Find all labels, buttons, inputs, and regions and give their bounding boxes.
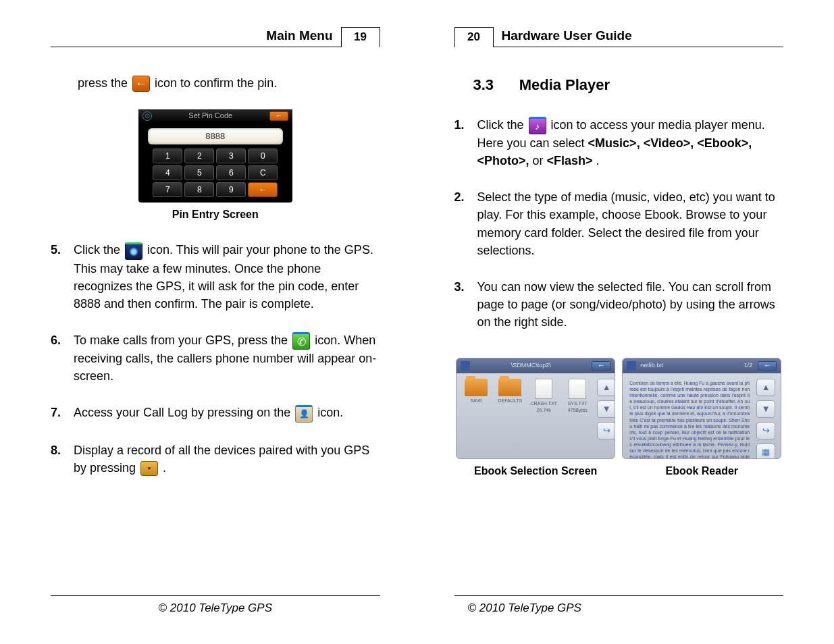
document-icon	[535, 379, 552, 399]
footer-right: © 2010 TeleType GPS	[454, 595, 784, 617]
step-5-content: Click the icon. This will pair your phon…	[74, 241, 380, 313]
rstep-1-prefix: Click the	[477, 118, 527, 132]
step-8-content: Display a record of all the devices pair…	[74, 441, 380, 477]
page-down-icon: ▼	[756, 400, 775, 418]
scroll-down-icon: ▼	[597, 400, 615, 418]
step-8-number: 8.	[51, 441, 74, 477]
bluetooth-circle-icon: ⊙	[142, 111, 152, 121]
section-title: Media Player	[519, 76, 610, 93]
rstep-2-content: Select the type of media (music, video, …	[477, 188, 784, 259]
folder-icon	[498, 379, 521, 396]
step-5-number: 5.	[51, 241, 74, 313]
ebook-screenshots: \SDMMC\top2\ ← SAVE DEFAULTS	[454, 358, 784, 479]
device-icon	[627, 361, 636, 371]
file-sys-label: SYS.TXT	[563, 400, 592, 407]
rstep-1: 1. Click the icon to access your media p…	[454, 116, 784, 169]
reader-back-icon: ←	[758, 361, 777, 371]
bluetooth-icon	[125, 242, 142, 260]
ebook-selection-body: SAVE DEFAULTS CRASH.TXT 26.74k	[457, 373, 615, 445]
file-sys-size: 475Bytes	[563, 407, 592, 414]
pin-titlebar: ⊙ Set Pin Code ←	[138, 109, 292, 123]
key-1: 1	[153, 149, 182, 163]
ebook-selection-device: \SDMMC\top2\ ← SAVE DEFAULTS	[456, 358, 615, 459]
file-save-label: SAVE	[462, 398, 490, 404]
intro-line: press the icon to confirm the pin.	[78, 74, 380, 92]
step-5-prefix: Click the	[74, 243, 124, 257]
key-7: 7	[153, 182, 182, 197]
section-3-3: 3.3 Media Player	[473, 74, 784, 96]
key-2: 2	[184, 149, 214, 163]
step-8-prefix: Display a record of all the devices pair…	[74, 444, 369, 475]
rstep-1-mid2: or	[533, 154, 547, 167]
device-icon	[461, 361, 470, 371]
step-6-prefix: To make calls from your GPS, press the	[74, 333, 291, 347]
rstep-1-suffix: .	[596, 154, 600, 167]
rstep-3-number: 3.	[454, 278, 477, 331]
rstep-2-number: 2.	[454, 188, 477, 259]
ebook-reader-body: Combien de temps a été, Huang Fu à gauch…	[623, 373, 781, 459]
header-title-left: Main Menu	[263, 26, 335, 47]
reader-side-buttons: ▲ ▼ ↪ ▦	[756, 379, 775, 459]
ebook-selection-caption: Ebook Selection Screen	[456, 463, 615, 479]
rstep-3-content: You can now view the selected file. You …	[477, 278, 784, 331]
file-defaults: DEFAULTS	[496, 379, 524, 404]
key-4: 4	[153, 165, 182, 180]
folder-icon	[465, 379, 488, 396]
paired-devices-icon	[140, 461, 158, 476]
back-arrow-icon	[132, 76, 150, 92]
file-crash-size: 26.74k	[529, 407, 558, 414]
page-number-20: 20	[454, 27, 494, 47]
phone-icon	[292, 332, 310, 350]
key-back: ←	[248, 182, 278, 197]
ebook-reader-caption: Ebook Reader	[622, 463, 781, 479]
ebook-back-icon: ←	[592, 361, 610, 371]
step-8-suffix: .	[163, 461, 166, 475]
key-3: 3	[216, 149, 246, 163]
rotate-icon: ↪	[756, 422, 775, 439]
key-5: 5	[184, 165, 214, 180]
header-title-right: Hardware User Guide	[499, 26, 635, 47]
page-number-19: 19	[341, 27, 380, 47]
keypad: 1 2 3 0 4 5 6 C 7 8 9 ←	[138, 149, 292, 197]
step-5: 5. Click the icon. This will pair your p…	[51, 241, 380, 313]
titlebar-back-icon: ←	[269, 111, 288, 121]
key-6: 6	[216, 165, 246, 180]
enter-icon: ↪	[597, 422, 615, 439]
section-number: 3.3	[473, 74, 515, 96]
scroll-up-icon: ▲	[597, 379, 615, 396]
page-up-icon: ▲	[756, 379, 775, 396]
step-8: 8. Display a record of all the devices p…	[51, 441, 380, 477]
pin-entry-figure: ⊙ Set Pin Code ← 8888 1 2 3 0 4 5 6 C 7 …	[51, 109, 380, 222]
ebook-selection-col: \SDMMC\top2\ ← SAVE DEFAULTS	[456, 358, 615, 479]
footer-left: © 2010 TeleType GPS	[51, 595, 380, 617]
ebook-reader-col: netlib.txt 1/2 ← Combien de temps a été,…	[622, 358, 781, 479]
ebook-text-preview: Combien de temps a été, Huang Fu à gauch…	[628, 379, 751, 459]
step-6: 6. To make calls from your GPS, press th…	[51, 331, 380, 385]
pin-entry-device: ⊙ Set Pin Code ← 8888 1 2 3 0 4 5 6 C 7 …	[138, 109, 292, 203]
page-19: Main Menu 19 press the icon to confirm t…	[0, 0, 417, 644]
step-7-content: Access your Call Log by pressing on the …	[74, 404, 380, 422]
left-steps: 5. Click the icon. This will pair your p…	[51, 241, 380, 476]
ebook-reader-filename: netlib.txt	[636, 361, 744, 370]
call-log-icon	[295, 405, 313, 423]
rstep-3: 3. You can now view the selected file. Y…	[454, 278, 784, 331]
selection-side-buttons: ▲ ▼ ↪	[597, 379, 615, 439]
file-defaults-label: DEFAULTS	[496, 398, 524, 404]
key-c: C	[248, 165, 278, 180]
step-7-suffix: icon.	[317, 406, 343, 419]
intro-suffix: icon to confirm the pin.	[155, 76, 277, 90]
rstep-1-bold2: <Flash>	[547, 154, 593, 167]
step-6-content: To make calls from your GPS, press the i…	[74, 331, 380, 385]
header-left: Main Menu 19	[51, 27, 380, 47]
ebook-reader-device: netlib.txt 1/2 ← Combien de temps a été,…	[622, 358, 781, 459]
document-icon	[569, 379, 586, 399]
ebook-reader-page: 1/2	[744, 361, 758, 370]
rstep-1-content: Click the icon to access your media play…	[477, 116, 784, 169]
step-7-prefix: Access your Call Log by pressing on the	[74, 406, 294, 419]
grid-icon: ▦	[756, 444, 775, 459]
rstep-2: 2. Select the type of media (music, vide…	[454, 188, 784, 259]
file-sys: SYS.TXT 475Bytes	[563, 379, 592, 414]
intro-prefix: press the	[78, 76, 131, 90]
ebook-selection-path: \SDMMC\top2\	[470, 361, 592, 370]
step-7-number: 7.	[51, 404, 74, 422]
